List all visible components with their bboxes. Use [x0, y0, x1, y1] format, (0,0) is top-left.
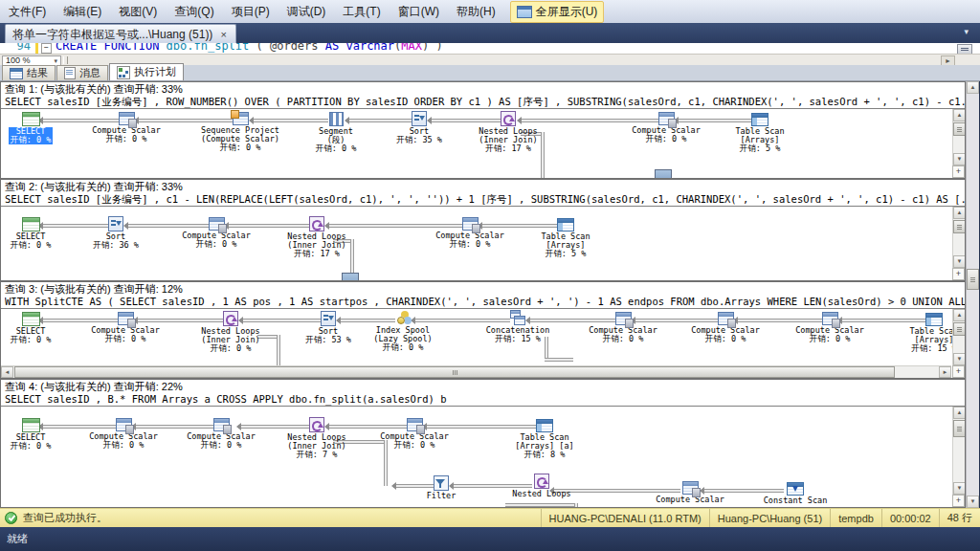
pane-zoom-button[interactable]: + — [952, 365, 965, 378]
tab-messages[interactable]: 消息 — [56, 65, 108, 80]
plan-node-nested-loops[interactable]: Nested Loops — [489, 474, 594, 498]
plan-node-index-spool[interactable]: Index Spool (Lazy Spool) 开销: 0 % — [350, 310, 456, 352]
sort-icon — [108, 216, 123, 231]
plan-node-compute-scalar[interactable]: Compute Scalar 开销: 0 % — [73, 311, 178, 343]
scrollbar-thumb[interactable] — [967, 269, 979, 290]
plan-node-compute-scalar[interactable]: Compute Scalar 开销: 0 % — [71, 417, 176, 450]
nested-loops-icon — [309, 216, 324, 231]
sequence-project-icon — [233, 112, 249, 125]
line-number: 94 — [11, 43, 31, 53]
results-scrollbar-vertical[interactable]: ▲ ▼ — [966, 81, 979, 508]
partial-operator-icon — [655, 169, 672, 178]
plan-node-filter[interactable]: Filter — [389, 475, 494, 500]
plan-node-compute-scalar[interactable]: Compute Scalar 开销: 0 % — [74, 111, 179, 143]
tab-results[interactable]: 结果 — [2, 65, 56, 80]
scroll-down-icon[interactable]: ▼ — [953, 255, 965, 268]
plan-node-compute-scalar[interactable]: Compute Scalar 开销: 0 % — [164, 216, 269, 249]
plan-node-table-scan[interactable]: Table Scan [Arrays] 开销: 5 % — [513, 216, 618, 258]
query-header: 查询 1: (与该批有关的) 查询开销: 33% — [5, 83, 965, 96]
scrollbar-thumb[interactable] — [953, 220, 965, 233]
plan-node-compute-scalar[interactable]: Compute Scalar 开销: 0 % — [417, 216, 523, 249]
scroll-left-icon[interactable]: ◄ — [1, 366, 13, 378]
index-spool-icon — [395, 310, 411, 325]
plan-node-select[interactable]: SELECT 开销: 0 % — [1, 110, 83, 146]
scrollbar-thumb[interactable] — [953, 322, 965, 336]
plan-node-constant-scan[interactable]: Constant Scan — [743, 480, 848, 505]
pane-zoom-button[interactable]: + — [952, 495, 965, 507]
results-tab-strip: 结果 消息 执行计划 — [0, 65, 980, 81]
plan-node-nested-loops[interactable]: Nested Loops (Inner Join) 开销: 17 % — [456, 111, 561, 153]
document-tab[interactable]: 将单一字符串根据逗号或...\Huang (51)) × — [5, 24, 236, 44]
splitter-grip[interactable] — [63, 56, 68, 64]
query-sql: SELECT salesID [业务编号] , c1 - LEN(REPLACE… — [5, 193, 965, 206]
plan-node-table-scan[interactable]: Table Scan [Arrays] [a] 开销: 8 % — [492, 417, 597, 459]
scroll-down-icon[interactable]: ▼ — [953, 353, 965, 365]
scroll-up-icon[interactable]: ▲ — [953, 109, 965, 121]
plan-node-compute-scalar[interactable]: Compute Scalar 开销: 0 % — [570, 311, 676, 343]
pane-zoom-button[interactable]: + — [952, 268, 965, 280]
compute-scalar-icon — [119, 112, 135, 125]
plan-node-nested-loops[interactable]: Nested Loops (Inner Join) 开销: 0 % — [178, 311, 283, 353]
scroll-right-icon[interactable]: ► — [939, 366, 951, 378]
plan-node-partial[interactable] — [298, 273, 403, 280]
plan-node-table-scan[interactable]: Table Scan [Arrays] 开销: 5 % — [707, 111, 813, 153]
menu-query[interactable]: 查询(Q) — [166, 0, 222, 23]
scroll-up-icon[interactable]: ▲ — [953, 207, 965, 219]
pane-scrollbar-vertical[interactable]: ▲ ▼ — [952, 309, 965, 365]
plan-node-sequence-project[interactable]: Sequence Project (Compute Scalar) 开销: 0 … — [188, 111, 293, 152]
plan-node-sort[interactable]: Sort 开销: 36 % — [63, 216, 168, 250]
plan-node-compute-scalar[interactable]: Compute Scalar 开销: 0 % — [362, 417, 467, 450]
plan-node-compute-scalar[interactable]: Compute Scalar 开销: 0 % — [613, 111, 719, 143]
plan-node-compute-scalar[interactable]: Compute Scalar — [637, 480, 743, 504]
tab-overflow-icon[interactable]: ▾ — [964, 27, 969, 36]
pane-scrollbar-vertical[interactable]: ▲ ▼ — [952, 207, 965, 268]
pane-scrollbar-vertical[interactable]: ▲ ▼ — [952, 407, 965, 495]
scroll-down-icon[interactable]: ▼ — [953, 153, 965, 165]
success-check-icon — [5, 512, 17, 524]
plan-node-compute-scalar[interactable]: Compute Scalar 开销: 0 % — [673, 311, 778, 343]
status-message: 查询已成功执行。 — [23, 511, 107, 525]
code-fold-icon[interactable]: − — [41, 43, 52, 54]
pane-scrollbar-vertical[interactable]: ▲ ▼ — [952, 109, 965, 165]
sql-editor[interactable]: 94 − CREATE FUNCTION dbo.fn_split ( @ord… — [0, 43, 980, 54]
plan-node-concatenation[interactable]: Concatenation 开销: 15 % — [465, 310, 570, 343]
pane-zoom-button[interactable]: + — [952, 165, 965, 178]
compute-scalar-icon — [718, 312, 734, 325]
tab-messages-label: 消息 — [79, 66, 100, 80]
scroll-down-icon[interactable]: ▼ — [967, 496, 979, 508]
connector — [505, 503, 576, 507]
menu-project[interactable]: 项目(P) — [223, 0, 278, 23]
plan-node-partial[interactable] — [611, 169, 716, 178]
table-scan-icon — [925, 313, 943, 326]
plan-node-select[interactable]: SELECT 开销: 0 % — [1, 310, 83, 344]
scroll-up-icon[interactable]: ▲ — [953, 407, 965, 419]
plan-node-compute-scalar[interactable]: Compute Scalar 开销: 0 % — [168, 417, 274, 450]
plan-node-nested-loops[interactable]: Nested Loops (Inner Join) 开销: 17 % — [264, 216, 369, 258]
menu-tools[interactable]: 工具(T) — [334, 0, 389, 23]
editor-splitter-handle[interactable] — [957, 44, 972, 54]
status-database: tempdb — [830, 509, 881, 527]
scroll-up-icon[interactable]: ▲ — [967, 81, 979, 94]
close-icon[interactable]: × — [218, 30, 228, 40]
scrollbar-thumb[interactable] — [953, 420, 965, 437]
menu-debug[interactable]: 调试(D) — [278, 0, 335, 23]
menu-window[interactable]: 窗口(W) — [390, 0, 448, 23]
execution-plan-area: 查询 1: (与该批有关的) 查询开销: 33% SELECT salesID … — [0, 81, 966, 508]
tab-execution-plan[interactable]: 执行计划 — [109, 63, 184, 80]
connector — [574, 503, 578, 507]
menu-help[interactable]: 帮助(H) — [448, 0, 504, 23]
pane-scrollbar-horizontal[interactable]: ◄ ► — [1, 365, 951, 378]
scrollbar-thumb[interactable] — [953, 122, 965, 136]
plan-node-compute-scalar[interactable]: Compute Scalar 开销: 0 % — [777, 311, 882, 343]
plan-node-nested-loops[interactable]: Nested Loops (Inner Join) 开销: 7 % — [264, 417, 369, 459]
scroll-down-icon[interactable]: ▼ — [953, 482, 965, 495]
menu-edit[interactable]: 编辑(E) — [55, 0, 110, 23]
scroll-up-icon[interactable]: ▲ — [953, 309, 965, 321]
fullscreen-button[interactable]: 全屏显示(U) — [510, 1, 605, 23]
menu-view[interactable]: 视图(V) — [110, 0, 166, 23]
scrollbar-thumb[interactable] — [14, 366, 895, 378]
concatenation-icon — [510, 310, 525, 325]
compute-scalar-icon — [822, 312, 838, 325]
menu-file[interactable]: 文件(F) — [0, 0, 55, 23]
results-grid-icon — [10, 68, 23, 79]
